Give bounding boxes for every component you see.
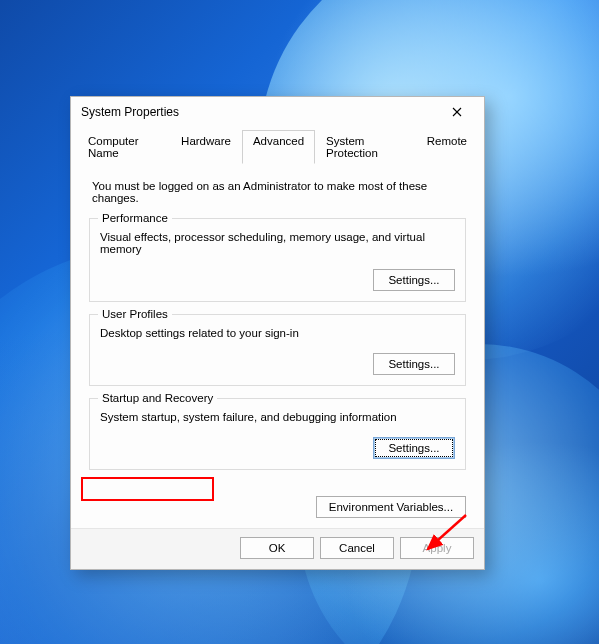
tab-strip: Computer Name Hardware Advanced System P… xyxy=(77,129,478,164)
admin-instruction: You must be logged on as an Administrato… xyxy=(92,180,463,204)
cancel-button[interactable]: Cancel xyxy=(320,537,394,559)
ok-button[interactable]: OK xyxy=(240,537,314,559)
apply-button: Apply xyxy=(400,537,474,559)
startup-recovery-group: Startup and Recovery System startup, sys… xyxy=(89,398,466,470)
performance-text: Visual effects, processor scheduling, me… xyxy=(100,231,455,255)
tab-hardware[interactable]: Hardware xyxy=(170,130,242,164)
close-icon xyxy=(452,107,462,117)
environment-variables-button[interactable]: Environment Variables... xyxy=(316,496,466,518)
startup-recovery-legend: Startup and Recovery xyxy=(98,392,217,404)
user-profiles-settings-button[interactable]: Settings... xyxy=(373,353,455,375)
system-properties-dialog: System Properties Computer Name Hardware… xyxy=(70,96,485,570)
tab-body-advanced: You must be logged on as an Administrato… xyxy=(77,164,478,490)
performance-group: Performance Visual effects, processor sc… xyxy=(89,218,466,302)
tab-advanced[interactable]: Advanced xyxy=(242,130,315,164)
performance-settings-button[interactable]: Settings... xyxy=(373,269,455,291)
tab-system-protection[interactable]: System Protection xyxy=(315,130,416,164)
startup-settings-button[interactable]: Settings... xyxy=(373,437,455,459)
tab-remote[interactable]: Remote xyxy=(416,130,478,164)
user-profiles-group: User Profiles Desktop settings related t… xyxy=(89,314,466,386)
tab-computer-name[interactable]: Computer Name xyxy=(77,130,170,164)
titlebar: System Properties xyxy=(71,97,484,127)
close-button[interactable] xyxy=(438,101,476,123)
dialog-button-row: OK Cancel Apply xyxy=(71,528,484,569)
user-profiles-legend: User Profiles xyxy=(98,308,172,320)
user-profiles-text: Desktop settings related to your sign-in xyxy=(100,327,455,339)
startup-recovery-text: System startup, system failure, and debu… xyxy=(100,411,455,423)
performance-legend: Performance xyxy=(98,212,172,224)
dialog-title: System Properties xyxy=(81,105,438,119)
